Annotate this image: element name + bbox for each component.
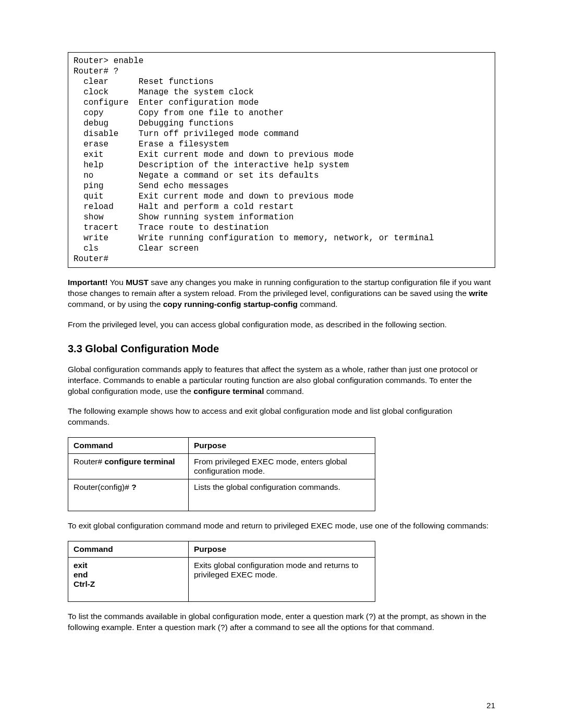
section-heading: 3.3 Global Configuration Mode (68, 343, 495, 355)
header-purpose: Purpose (189, 541, 375, 558)
prompt: Router# (74, 457, 104, 466)
must-label: MUST (126, 278, 149, 287)
text: command. (298, 300, 338, 309)
command-text: configure terminal (104, 457, 175, 466)
cell-purpose: Exits global configuration mode and retu… (189, 558, 375, 602)
command-text: ? (131, 483, 136, 491)
text: command, or by using the (68, 300, 163, 309)
cell-purpose: Lists the global configuration commands. (189, 479, 375, 511)
prompt: Router(config)# (74, 483, 131, 491)
table-row: Router(config)# ? Lists the global confi… (68, 479, 375, 511)
table-header-row: Command Purpose (68, 438, 375, 454)
header-command: Command (68, 541, 189, 558)
table-row: exit end Ctrl-Z Exits global configurati… (68, 558, 375, 602)
command-table-1: Command Purpose Router# configure termin… (68, 437, 375, 511)
cell-purpose: From privileged EXEC mode, enters global… (189, 454, 375, 479)
ctrl-z-command: Ctrl-Z (74, 579, 95, 588)
important-paragraph: Important! You MUST save any changes you… (68, 277, 495, 310)
table-header-row: Command Purpose (68, 541, 375, 558)
cli-output-block: Router> enable Router# ? clear Reset fun… (68, 52, 495, 268)
important-label: Important! (68, 278, 108, 287)
table-row: Router# configure terminal From privileg… (68, 454, 375, 479)
document-page: Router> enable Router# ? clear Reset fun… (0, 0, 563, 728)
header-command: Command (68, 438, 189, 454)
write-command: write (469, 289, 487, 298)
global-config-paragraph: Global configuration commands apply to f… (68, 364, 495, 397)
cell-command: exit end Ctrl-Z (68, 558, 189, 602)
list-commands-paragraph: To list the commands available in global… (68, 611, 495, 633)
privileged-level-paragraph: From the privileged level, you can acces… (68, 319, 495, 330)
end-command: end (74, 570, 88, 579)
header-purpose: Purpose (189, 438, 375, 454)
cell-command: Router(config)# ? (68, 479, 189, 511)
page-number: 21 (68, 701, 495, 710)
example-intro-paragraph: The following example shows how to acces… (68, 406, 495, 428)
command-table-2: Command Purpose exit end Ctrl-Z Exits gl… (68, 541, 375, 602)
text: command. (264, 387, 304, 396)
exit-mode-paragraph: To exit global configuration command mod… (68, 521, 495, 532)
cell-command: Router# configure terminal (68, 454, 189, 479)
exit-command: exit (74, 561, 88, 570)
text: You (108, 278, 126, 287)
configure-terminal-command: configure terminal (193, 387, 264, 396)
copy-command: copy running-config startup-config (163, 300, 298, 309)
